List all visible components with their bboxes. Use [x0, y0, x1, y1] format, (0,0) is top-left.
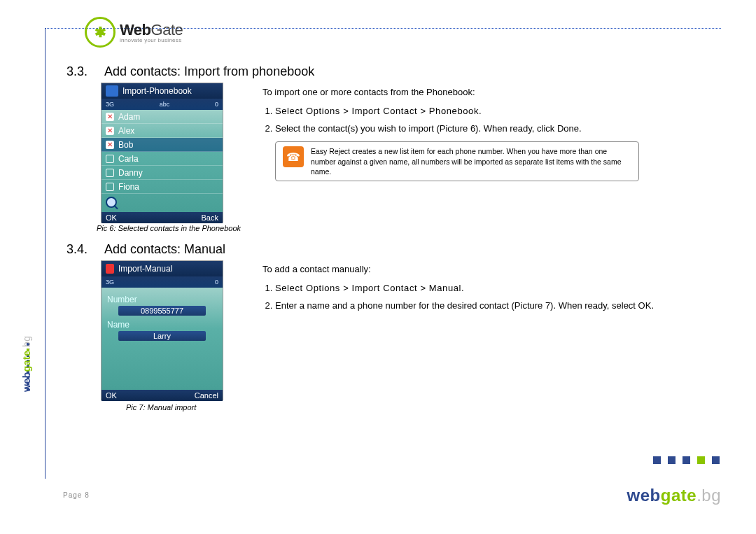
contact-row[interactable]: ✕Alex	[102, 124, 223, 138]
checkbox-icon[interactable]: ✕	[106, 155, 114, 163]
figure-caption-6: Pic 6: Selected contacts in the Phoneboo…	[97, 224, 241, 232]
logo-keyhole-icon: ✱	[85, 17, 115, 48]
instr-step: Select Options > Import Contact > Phoneb…	[275, 104, 710, 119]
section-34-heading: 3.4. Add contacts: Manual	[66, 242, 225, 257]
signal-label: 3G	[106, 101, 114, 108]
phone-screenshot-manual: Import-Manual 3G 0 Number 0899555777 Nam…	[101, 260, 223, 400]
figure-caption-7: Pic 7: Manual import	[126, 403, 196, 412]
phonebook-icon	[106, 85, 118, 97]
checkbox-icon[interactable]: ✕	[106, 183, 114, 191]
brand-tagline: innovate your business	[120, 37, 183, 43]
section-33-title: Add contacts: Import from phonebook	[104, 64, 314, 78]
contact-row[interactable]: ✕Adam	[102, 110, 223, 124]
contact-name: Danny	[118, 168, 143, 178]
phone-statusbar: 3G 0	[102, 276, 223, 288]
contact-row[interactable]: ✕Fiona	[102, 180, 223, 194]
softkey-cancel[interactable]: Cancel	[195, 391, 218, 400]
brand-logo: ✱ WebGate innovate your business	[85, 17, 183, 48]
name-label: Name	[107, 320, 217, 330]
side-brand: webgate.bg	[21, 336, 32, 393]
instr-step: Enter a name and a phone number for the …	[275, 299, 718, 314]
instr-step: Select Options > Import Contact > Manual…	[275, 281, 718, 296]
note-phone-icon: ☎	[283, 146, 304, 167]
search-icon[interactable]	[106, 197, 117, 208]
phone-titlebar: Import-Manual	[102, 261, 223, 276]
battery-label: 0	[215, 101, 218, 108]
phone-softkeys: OK Cancel	[102, 390, 223, 401]
section-34-title: Add contacts: Manual	[104, 242, 225, 256]
softkey-back[interactable]: Back	[202, 213, 218, 222]
battery-label: 0	[215, 279, 218, 286]
left-margin-rule	[45, 28, 46, 479]
name-field[interactable]: Larry	[118, 331, 206, 341]
footer-squares	[653, 456, 720, 464]
section-33-heading: 3.3. Add contacts: Import from phonebook	[66, 64, 314, 79]
contact-row[interactable]: ✕Danny	[102, 166, 223, 180]
phone-screenshot-phonebook: Import-Phonebook 3G abc 0 ✕Adam ✕Alex ✕B…	[101, 83, 223, 223]
instr-step: Select the contact(s) you wish to import…	[275, 122, 710, 136]
page-number: Page 8	[63, 491, 90, 499]
contact-name: Bob	[118, 140, 133, 150]
instructions-33: To import one or more contacts from the …	[262, 85, 710, 181]
number-label: Number	[107, 295, 217, 304]
checkbox-icon[interactable]: ✕	[106, 141, 114, 149]
phone-title: Import-Manual	[118, 264, 172, 274]
contact-row[interactable]: ✕Bob	[102, 138, 223, 152]
checkbox-icon[interactable]: ✕	[106, 113, 114, 121]
phone-softkeys: OK Back	[102, 212, 223, 223]
input-mode: abc	[160, 101, 170, 108]
footer-brand: webgate.bg	[627, 486, 721, 505]
contact-name: Alex	[118, 126, 134, 136]
contact-row[interactable]: ✕Carla	[102, 152, 223, 166]
note-callout: ☎ Easy Reject creates a new list item fo…	[275, 141, 639, 181]
number-field[interactable]: 0899555777	[118, 306, 206, 316]
note-text: Easy Reject creates a new list item for …	[311, 146, 631, 176]
section-34-number: 3.4.	[66, 242, 102, 257]
phone-contact-list: ✕Adam ✕Alex ✕Bob ✕Carla ✕Danny ✕Fiona	[102, 110, 223, 212]
contact-name: Carla	[118, 154, 139, 164]
signal-label: 3G	[106, 279, 114, 286]
phone-title: Import-Phonebook	[122, 86, 192, 96]
softkey-ok[interactable]: OK	[106, 213, 117, 222]
brand-name: WebGate	[120, 21, 183, 38]
instr-intro: To add a contact manually:	[262, 262, 718, 277]
instr-intro: To import one or more contacts from the …	[262, 85, 710, 100]
contact-name: Fiona	[118, 182, 139, 192]
phone-statusbar: 3G abc 0	[102, 99, 223, 110]
phone-titlebar: Import-Phonebook	[102, 83, 223, 99]
checkbox-icon[interactable]: ✕	[106, 169, 114, 177]
manual-icon	[106, 264, 114, 274]
instructions-34: To add a contact manually: Select Option…	[262, 262, 718, 316]
phone-form: Number 0899555777 Name Larry	[102, 288, 223, 390]
contact-name: Adam	[118, 112, 140, 122]
checkbox-icon[interactable]: ✕	[106, 127, 114, 135]
section-33-number: 3.3.	[66, 64, 102, 79]
softkey-ok[interactable]: OK	[106, 391, 117, 400]
